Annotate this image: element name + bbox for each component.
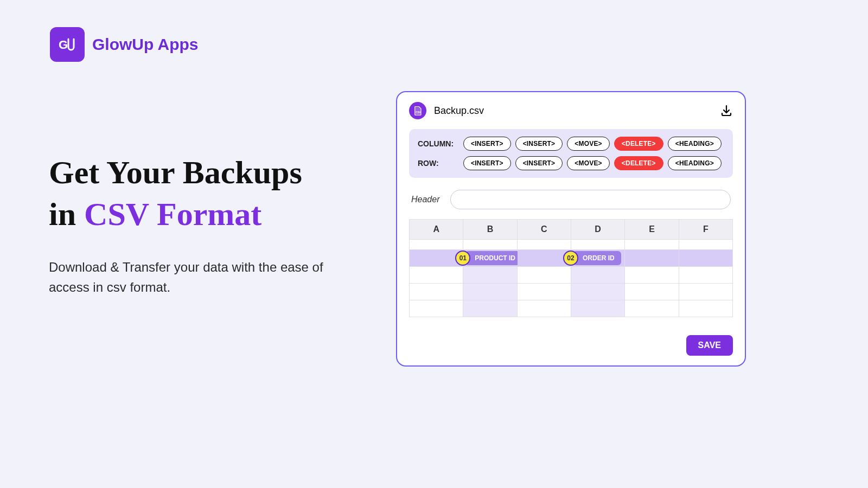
- grid-cell[interactable]: [571, 267, 625, 283]
- grid-row: [410, 283, 732, 300]
- svg-text:CSV: CSV: [416, 111, 420, 114]
- brand-logo[interactable]: G GlowUp Apps: [50, 27, 199, 62]
- csv-grid: A B C D E F 01 PRODUCT ID 02 ORDER ID: [409, 219, 733, 317]
- grid-cell[interactable]: [518, 267, 571, 283]
- grid-cell[interactable]: [679, 284, 732, 300]
- row-heading-button[interactable]: <HEADING>: [668, 156, 722, 170]
- hero-title: Get Your Backups in CSV Format: [49, 152, 363, 235]
- col-header[interactable]: D: [571, 220, 625, 239]
- grid-cell[interactable]: [625, 267, 679, 283]
- file-name: Backup.csv: [434, 105, 484, 117]
- hero-title-accent: CSV Format: [84, 196, 261, 232]
- row-insert-button-2[interactable]: <INSERT>: [515, 156, 563, 170]
- grid-row: [410, 266, 732, 283]
- brand-name: GlowUp Apps: [92, 35, 199, 54]
- toolbar-column-row: COLUMN: <INSERT> <INSERT> <MOVE> <DELETE…: [418, 137, 724, 151]
- header-field-row: Header: [409, 190, 733, 209]
- hero-title-prefix: in: [49, 196, 84, 232]
- editor-toolbar: COLUMN: <INSERT> <INSERT> <MOVE> <DELETE…: [409, 129, 733, 178]
- panel-title: CSV Backup.csv: [409, 102, 484, 119]
- field-badge: 02 ORDER ID: [563, 251, 621, 266]
- grid-cell[interactable]: [571, 284, 625, 300]
- panel-header: CSV Backup.csv: [409, 102, 733, 119]
- save-button[interactable]: SAVE: [686, 335, 733, 356]
- grid-cell[interactable]: [679, 250, 732, 266]
- grid-row-highlighted: 01 PRODUCT ID 02 ORDER ID: [410, 249, 732, 266]
- row-move-button[interactable]: <MOVE>: [567, 156, 610, 170]
- grid-cell[interactable]: [679, 240, 732, 249]
- grid-cell[interactable]: [679, 267, 732, 283]
- toolbar-row-row: ROW: <INSERT> <INSERT> <MOVE> <DELETE> <…: [418, 156, 724, 170]
- grid-cell[interactable]: [571, 300, 625, 317]
- hero-subtitle: Download & Transfer your data with the e…: [49, 257, 363, 297]
- col-header[interactable]: E: [625, 220, 679, 239]
- field-badge: 01 PRODUCT ID: [455, 251, 522, 266]
- row-label: ROW:: [418, 159, 459, 168]
- grid-cell[interactable]: [518, 240, 571, 249]
- grid-cell[interactable]: [625, 300, 679, 317]
- header-input[interactable]: [450, 190, 731, 209]
- grid-cell[interactable]: [571, 240, 625, 249]
- grid-cell[interactable]: [463, 284, 517, 300]
- col-insert-button-1[interactable]: <INSERT>: [463, 137, 511, 151]
- grid-cell[interactable]: [410, 284, 463, 300]
- grid-cell[interactable]: [410, 240, 463, 249]
- col-header[interactable]: F: [679, 220, 732, 239]
- col-move-button[interactable]: <MOVE>: [567, 137, 610, 151]
- grid-cell[interactable]: [625, 240, 679, 249]
- grid-cell[interactable]: [410, 300, 463, 317]
- row-delete-button[interactable]: <DELETE>: [614, 156, 663, 170]
- grid-cell[interactable]: [679, 300, 732, 317]
- grid-cell[interactable]: [463, 300, 517, 317]
- csv-editor-panel: CSV Backup.csv COLUMN: <INSERT> <INSERT>…: [396, 91, 746, 367]
- grid-cell[interactable]: [410, 267, 463, 283]
- col-header[interactable]: B: [463, 220, 517, 239]
- download-icon[interactable]: [720, 104, 733, 117]
- col-insert-button-2[interactable]: <INSERT>: [515, 137, 563, 151]
- svg-text:G: G: [59, 38, 68, 52]
- grid-cell[interactable]: [463, 267, 517, 283]
- grid-header-row: A B C D E F: [410, 220, 732, 239]
- col-heading-button[interactable]: <HEADING>: [668, 137, 722, 151]
- badge-number: 01: [455, 251, 470, 266]
- col-header[interactable]: C: [518, 220, 571, 239]
- grid-cell[interactable]: [625, 284, 679, 300]
- badge-number: 02: [563, 251, 578, 266]
- hero-title-line1: Get Your Backups: [49, 155, 302, 190]
- grid-cell[interactable]: 02 ORDER ID: [571, 250, 625, 266]
- grid-cell[interactable]: [625, 250, 679, 266]
- badge-label: PRODUCT ID: [465, 251, 522, 265]
- grid-cell[interactable]: 01 PRODUCT ID: [463, 250, 517, 266]
- grid-cell[interactable]: [518, 300, 571, 317]
- grid-row: [410, 239, 732, 249]
- hero-section: Get Your Backups in CSV Format Download …: [49, 152, 363, 297]
- column-label: COLUMN:: [418, 139, 459, 148]
- header-label: Header: [411, 195, 439, 204]
- logo-mark-icon: G: [50, 27, 85, 62]
- badge-label: ORDER ID: [573, 251, 621, 265]
- col-delete-button[interactable]: <DELETE>: [614, 137, 663, 151]
- grid-cell[interactable]: [463, 240, 517, 249]
- row-insert-button-1[interactable]: <INSERT>: [463, 156, 511, 170]
- csv-file-icon: CSV: [409, 102, 426, 119]
- grid-row: [410, 300, 732, 317]
- grid-cell[interactable]: [518, 284, 571, 300]
- col-header[interactable]: A: [410, 220, 463, 239]
